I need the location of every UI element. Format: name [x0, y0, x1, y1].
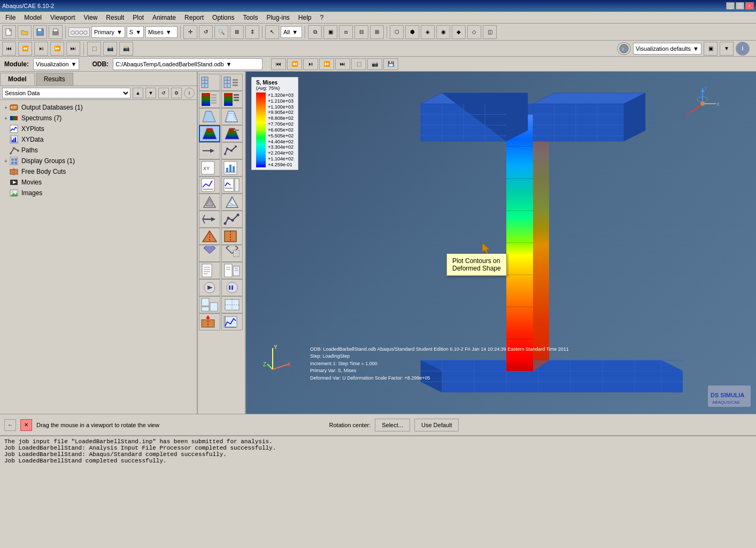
- tool-contour-deform2[interactable]: [221, 125, 243, 142]
- tool-sector2[interactable]: [221, 245, 243, 262]
- tool-freecut1[interactable]: [199, 228, 220, 245]
- primary-dropdown[interactable]: Primary ▼: [91, 26, 125, 38]
- menu-viewport[interactable]: Viewport: [46, 13, 79, 22]
- mesh-btn[interactable]: ⬢: [405, 25, 419, 39]
- tool-extra1[interactable]: [199, 296, 220, 313]
- viz-option1[interactable]: ▣: [704, 42, 718, 56]
- pb-first[interactable]: ⏮: [271, 58, 286, 70]
- tool-mesh1[interactable]: [199, 74, 220, 91]
- tool-xyplot4[interactable]: [221, 176, 243, 194]
- dim3e-btn[interactable]: ◫: [483, 25, 497, 39]
- dim3b-btn[interactable]: ◉: [436, 25, 450, 39]
- explode-btn[interactable]: ⬡: [390, 25, 404, 39]
- menu-file[interactable]: File: [1, 13, 20, 22]
- viz-option2[interactable]: ▼: [720, 42, 734, 56]
- tool-symbol1[interactable]: [199, 142, 220, 159]
- maximize-button[interactable]: □: [736, 2, 744, 10]
- pb-last[interactable]: ⏭: [335, 58, 350, 70]
- tool-final2[interactable]: [221, 313, 243, 330]
- menu-plot[interactable]: Plot: [128, 13, 148, 22]
- menu-options[interactable]: Options: [208, 13, 238, 22]
- menu-model[interactable]: Model: [20, 13, 46, 22]
- session-data-dropdown[interactable]: Session Data: [2, 88, 130, 98]
- tool-xyplot1[interactable]: XY: [199, 159, 220, 176]
- copy-btn[interactable]: ⧉: [308, 25, 322, 39]
- minimize-button[interactable]: _: [726, 2, 735, 10]
- tool-xyplot2[interactable]: [221, 159, 243, 176]
- menu-animate[interactable]: Animate: [148, 13, 180, 22]
- toolbar-print[interactable]: [49, 25, 63, 39]
- pan-tool[interactable]: ✛: [183, 25, 197, 39]
- menu-tools[interactable]: Tools: [238, 13, 262, 22]
- play-pause-btn[interactable]: ⏯: [34, 42, 48, 56]
- dim3d-btn[interactable]: ◇: [467, 25, 481, 39]
- sd-options-btn[interactable]: ⚙: [171, 88, 182, 98]
- select-button[interactable]: Select...: [375, 419, 410, 431]
- tool-deform1[interactable]: [199, 108, 220, 125]
- sd-down-btn[interactable]: ▼: [145, 88, 156, 98]
- step-forward-btn[interactable]: ⏭: [66, 42, 80, 56]
- layout-btn[interactable]: ⊟: [354, 25, 368, 39]
- table-btn[interactable]: ⊞: [370, 25, 384, 39]
- dim3-btn[interactable]: ◈: [421, 25, 435, 39]
- module-dropdown[interactable]: Visualization ▼: [33, 58, 79, 70]
- pb-prev[interactable]: ⏪: [287, 58, 302, 70]
- menu-view[interactable]: View: [80, 13, 102, 22]
- info-btn[interactable]: i: [736, 42, 750, 56]
- sd-refresh-btn[interactable]: ↺: [158, 88, 169, 98]
- tree-item-movies[interactable]: Movies: [0, 177, 197, 188]
- expand-icon-spectrums[interactable]: +: [2, 115, 10, 121]
- tool-animate2[interactable]: [221, 279, 243, 296]
- tool-symbol2[interactable]: [221, 142, 243, 159]
- sd-up-btn[interactable]: ▲: [133, 88, 143, 98]
- viewport-btn[interactable]: ▣: [323, 25, 337, 39]
- frame-backward-btn[interactable]: ⏪: [18, 42, 32, 56]
- zoom-tool[interactable]: 🔍: [214, 25, 228, 39]
- pb-playpause[interactable]: ⏯: [303, 58, 318, 70]
- step-backward-btn[interactable]: ⏮: [2, 42, 16, 56]
- select-tool[interactable]: ↖: [265, 25, 279, 39]
- tool-contour-deform[interactable]: [199, 125, 220, 142]
- tree-item-output-databases[interactable]: + Output Databases (1): [0, 102, 197, 113]
- tree-item-xydata[interactable]: XYData: [0, 134, 197, 145]
- use-default-button[interactable]: Use Default: [414, 419, 459, 431]
- menu-report[interactable]: Report: [180, 13, 208, 22]
- pb-snap[interactable]: 📷: [367, 58, 382, 70]
- frame-forward-btn[interactable]: ⏩: [50, 42, 64, 56]
- window-controls[interactable]: _ □ ×: [726, 2, 754, 10]
- visualization-defaults-dropdown[interactable]: Visualization defaults ▼: [633, 43, 701, 55]
- expand-icon-output-databases[interactable]: +: [2, 105, 10, 111]
- tree-item-spectrums[interactable]: + Spectrums (7): [0, 113, 197, 124]
- tree-item-images[interactable]: Images: [0, 188, 197, 198]
- mises-dropdown[interactable]: Mises ▼: [145, 26, 178, 38]
- all-dropdown[interactable]: All ▼: [281, 26, 302, 38]
- tool-extra2[interactable]: [221, 296, 243, 313]
- dim3c-btn[interactable]: ◆: [452, 25, 466, 39]
- tool-xyplot3[interactable]: [199, 176, 220, 194]
- toolbar-new[interactable]: [2, 25, 16, 39]
- viewport2-btn[interactable]: ⧈: [339, 25, 353, 39]
- pb-record[interactable]: ⬚: [351, 58, 366, 70]
- menu-help[interactable]: Help: [294, 13, 316, 22]
- pb-save[interactable]: 💾: [383, 58, 398, 70]
- menu-plugins[interactable]: Plug-ins: [262, 13, 294, 22]
- fit-tool[interactable]: ⊞: [230, 25, 244, 39]
- rotate-tool[interactable]: ↺: [199, 25, 213, 39]
- s-dropdown[interactable]: S ▼: [127, 26, 144, 38]
- sd-info-btn[interactable]: i: [184, 88, 195, 98]
- camera-btn[interactable]: 📷: [103, 42, 117, 56]
- tool-final1[interactable]: [199, 313, 220, 330]
- rotation-cancel-btn[interactable]: ✕: [20, 419, 32, 431]
- tool-freecut2[interactable]: [221, 228, 243, 245]
- tab-results[interactable]: Results: [36, 73, 73, 86]
- close-button[interactable]: ×: [745, 2, 754, 10]
- tree-item-free-body-cuts[interactable]: Free Body Cuts: [0, 166, 197, 177]
- tool-path1[interactable]: [199, 194, 220, 211]
- view-tool[interactable]: ⇕: [245, 25, 259, 39]
- tree-item-paths[interactable]: Paths: [0, 145, 197, 156]
- tool-contour1[interactable]: [199, 91, 220, 108]
- menu-result[interactable]: Result: [102, 13, 128, 22]
- pb-next[interactable]: ⏩: [319, 58, 334, 70]
- tool-deform2[interactable]: [221, 108, 243, 125]
- toolbar-save[interactable]: [33, 25, 47, 39]
